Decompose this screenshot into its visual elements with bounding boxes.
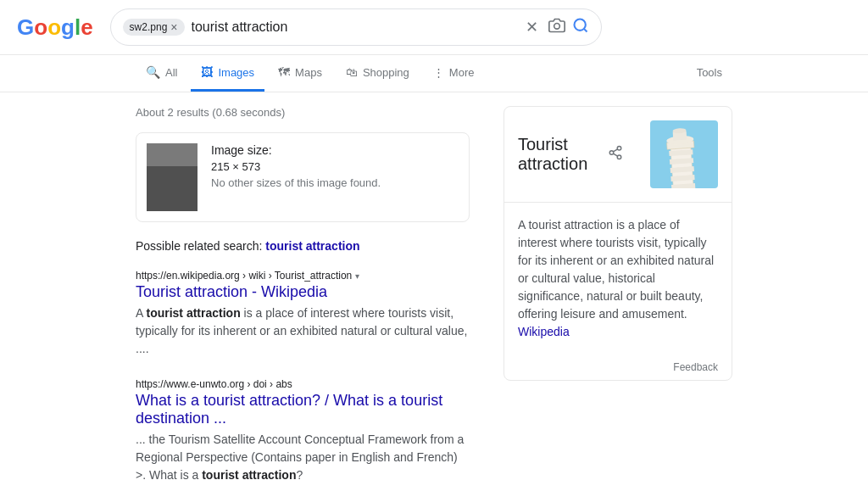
search-input[interactable] bbox=[192, 20, 515, 35]
related-search: Possible related search: tourist attract… bbox=[136, 239, 470, 253]
svg-line-39 bbox=[614, 153, 618, 156]
image-info: Image size: 215 × 573 No other sizes of … bbox=[211, 143, 459, 211]
svg-point-38 bbox=[617, 155, 621, 159]
no-other-sizes: No other sizes of this image found. bbox=[211, 176, 459, 189]
search-bar: sw2.png × ✕ bbox=[110, 8, 602, 46]
svg-point-1 bbox=[574, 19, 585, 30]
nav-tabs: 🔍 All 🖼 Images 🗺 Maps 🛍 Shopping ⋮ More … bbox=[0, 55, 868, 92]
right-column: Tourist attraction bbox=[504, 106, 732, 480]
kp-image bbox=[650, 120, 718, 188]
main-content: About 2 results (0.68 seconds) Image siz… bbox=[0, 92, 868, 480]
shopping-tab-icon: 🛍 bbox=[346, 65, 358, 79]
header: Google sw2.png × ✕ bbox=[0, 0, 868, 55]
svg-point-36 bbox=[617, 147, 621, 151]
kp-title: Tourist attraction bbox=[518, 135, 587, 174]
tab-more[interactable]: ⋮ More bbox=[423, 56, 485, 92]
search-submit-icon[interactable] bbox=[572, 17, 589, 38]
image-dimensions: 215 × 573 bbox=[211, 160, 459, 173]
kp-description-text: A tourist attraction is a place of inter… bbox=[518, 218, 714, 321]
tab-images[interactable]: 🖼 Images bbox=[191, 55, 264, 92]
share-icon[interactable] bbox=[608, 145, 623, 164]
kp-title-line1: Tourist bbox=[518, 135, 587, 154]
image-size-result: Image size: 215 × 573 No other sizes of … bbox=[136, 132, 470, 222]
tab-shopping[interactable]: 🛍 Shopping bbox=[336, 55, 420, 92]
camera-icon[interactable] bbox=[548, 17, 565, 38]
file-chip-label: sw2.png bbox=[130, 21, 168, 33]
images-tab-icon: 🖼 bbox=[201, 65, 213, 79]
results-info: About 2 results (0.68 seconds) bbox=[136, 106, 470, 119]
related-search-prefix: Possible related search: bbox=[136, 239, 265, 253]
kp-header: Tourist attraction bbox=[504, 107, 732, 202]
result-url-1: https://www.e-unwto.org › doi › abs bbox=[136, 378, 470, 390]
result-thumbnail bbox=[147, 143, 198, 211]
kp-title-line2: attraction bbox=[518, 154, 587, 174]
clear-search-button[interactable]: ✕ bbox=[522, 14, 542, 40]
tab-all-label: All bbox=[165, 66, 177, 79]
result-title-0[interactable]: Tourist attraction - Wikipedia bbox=[136, 283, 470, 301]
tab-maps-label: Maps bbox=[295, 66, 322, 79]
tab-tools[interactable]: Tools bbox=[687, 56, 732, 92]
file-chip-close-icon[interactable]: × bbox=[170, 20, 177, 34]
related-search-link[interactable]: tourist attraction bbox=[265, 239, 359, 253]
search-tab-icon: 🔍 bbox=[146, 65, 160, 79]
kp-feedback[interactable]: Feedback bbox=[504, 354, 732, 380]
search-result-1: https://www.e-unwto.org › doi › abs What… bbox=[136, 378, 470, 480]
snippet-bold-1: tourist attraction bbox=[202, 468, 296, 480]
svg-point-0 bbox=[554, 23, 559, 29]
kp-source-link[interactable]: Wikipedia bbox=[518, 325, 570, 338]
tab-images-label: Images bbox=[218, 66, 254, 79]
result-snippet-0: A tourist attraction is a place of inter… bbox=[136, 304, 470, 358]
image-size-label: Image size: bbox=[211, 143, 459, 157]
knowledge-panel: Tourist attraction bbox=[504, 106, 732, 381]
result-url-0: https://en.wikipedia.org › wiki › Touris… bbox=[136, 270, 470, 282]
snippet-bold-0: tourist attraction bbox=[146, 306, 240, 320]
result-url-text-1: https://www.e-unwto.org › doi › abs bbox=[136, 378, 292, 390]
tab-all[interactable]: 🔍 All bbox=[136, 55, 187, 92]
result-title-1[interactable]: What is a tourist attraction? / What is … bbox=[136, 392, 470, 427]
result-snippet-1: ... the Tourism Satellite Account Concep… bbox=[136, 431, 470, 480]
result-url-text-0: https://en.wikipedia.org › wiki › Touris… bbox=[136, 270, 352, 282]
more-dots-icon: ⋮ bbox=[433, 66, 444, 79]
kp-description: A tourist attraction is a place of inter… bbox=[504, 203, 732, 354]
tab-maps[interactable]: 🗺 Maps bbox=[268, 55, 332, 92]
maps-tab-icon: 🗺 bbox=[278, 65, 290, 79]
svg-line-40 bbox=[614, 149, 618, 152]
tab-more-label: More bbox=[449, 66, 475, 79]
search-result-0: https://en.wikipedia.org › wiki › Touris… bbox=[136, 270, 470, 358]
file-chip[interactable]: sw2.png × bbox=[123, 19, 185, 36]
result-url-arrow-0[interactable]: ▾ bbox=[355, 271, 359, 281]
left-column: About 2 results (0.68 seconds) Image siz… bbox=[136, 106, 470, 480]
svg-line-2 bbox=[583, 28, 587, 31]
tab-shopping-label: Shopping bbox=[363, 66, 409, 79]
google-logo[interactable]: Google bbox=[17, 14, 93, 41]
tab-tools-label: Tools bbox=[697, 66, 722, 79]
svg-point-37 bbox=[609, 151, 614, 155]
